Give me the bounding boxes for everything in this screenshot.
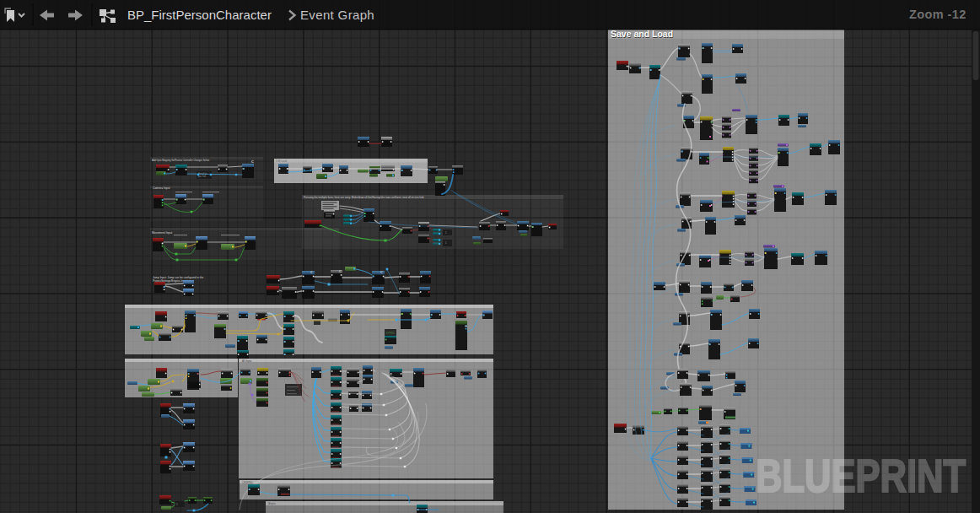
svg-text:AT>hpta: AT>hpta	[242, 359, 252, 363]
svg-text:BP_FirstPersonCharacter: BP_FirstPersonCharacter	[127, 8, 272, 22]
svg-text:ProjectSettings/Engine-Input: ProjectSettings/Engine-Input	[153, 279, 187, 283]
svg-text:Add Input Mapping Se/Review: Add Input Mapping Se/Review Controller C…	[152, 159, 210, 162]
svg-text:Ahgtta: Ahgtta	[268, 502, 276, 505]
svg-text:XPRK: XPRK	[385, 331, 395, 335]
svg-text:par Tall: par Tall	[198, 175, 206, 178]
svg-text:Event Graph: Event Graph	[300, 8, 374, 22]
svg-text:Pressing the multiple lever, h: Pressing the multiple lever, here are so…	[304, 196, 424, 199]
svg-text:Camera Input: Camera Input	[153, 186, 170, 190]
svg-text:CRSPND: CRSPND	[242, 481, 254, 484]
svg-text:BLUEPRINT: BLUEPRINT	[756, 449, 966, 502]
svg-text:Save and Load: Save and Load	[611, 29, 673, 39]
svg-text:S.M.Load: S.M.Load	[276, 159, 287, 163]
svg-text:C: C	[251, 159, 254, 164]
svg-text:Movement Input: Movement Input	[152, 231, 172, 235]
svg-text:Zoom -12: Zoom -12	[909, 8, 967, 21]
